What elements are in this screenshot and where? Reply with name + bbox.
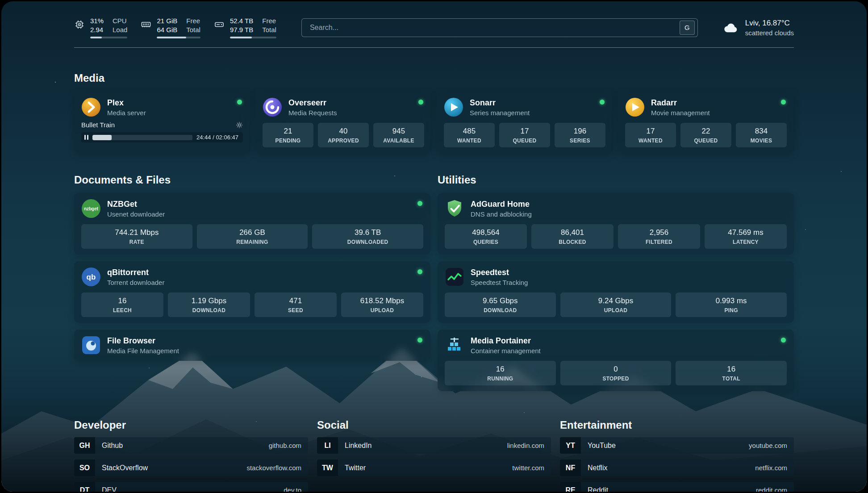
filebrowser-card[interactable]: File Browser Media File Management [74, 330, 430, 361]
sonarr-header: Sonarr Series management [444, 97, 605, 117]
bookmark-row-netflix[interactable]: NF Netflix netflix.com [560, 460, 794, 476]
bookmark-abbr: YT [560, 437, 581, 454]
search-engine-button[interactable]: G [680, 21, 695, 35]
ram-label-top: Free [186, 17, 200, 25]
stat-value: 834 [738, 127, 785, 136]
bookmark-row-github[interactable]: GH Github github.com [74, 437, 308, 454]
stat-blocked: 86,401 BLOCKED [531, 224, 613, 249]
bookmark-row-youtube[interactable]: YT YouTube youtube.com [560, 437, 794, 454]
stat-value: 21 [264, 127, 312, 136]
stat-download: 9.65 Gbps DOWNLOAD [445, 292, 556, 317]
pause-icon[interactable] [84, 135, 88, 140]
stat-label: UPLOAD [562, 307, 670, 313]
radarr-icon [625, 97, 645, 117]
svg-text:nzbget: nzbget [84, 206, 99, 211]
nzbget-stats: 744.21 Mbps RATE 266 GB REMAINING 39.6 T… [81, 224, 423, 249]
stat-queued: 22 QUEUED [680, 123, 731, 147]
radarr-meta: Radarr Movie management [651, 98, 710, 117]
qbittorrent-card[interactable]: qb qBittorrent Torrent downloader 16 LEE… [74, 261, 430, 323]
section-title-entertainment: Entertainment [560, 419, 794, 431]
search-area: G [301, 18, 698, 37]
nzbget-card[interactable]: nzbget NZBGet Usenet downloader 744.21 M… [74, 193, 430, 255]
qbittorrent-header: qb qBittorrent Torrent downloader [81, 267, 423, 287]
bookmark-row-twitter[interactable]: TW Twitter twitter.com [317, 460, 551, 476]
app-subtitle: Speedtest Tracking [471, 279, 528, 286]
bookmark-row-linkedin[interactable]: LI LinkedIn linkedin.com [317, 437, 551, 454]
stat-label: RATE [83, 239, 191, 245]
stat-label: QUERIES [447, 239, 525, 245]
stat-available: 945 AVAILABLE [373, 123, 424, 147]
bookmark-group-developer: Developer GH Github github.com SO StackO… [74, 419, 308, 492]
stat-value: 9.65 Gbps [447, 297, 554, 305]
qbittorrent-meta: qBittorrent Torrent downloader [107, 268, 164, 286]
app-title: Overseerr [288, 98, 337, 108]
stat-value: 498,564 [447, 228, 525, 237]
adguard-card[interactable]: AdGuard Home DNS and adblocking 498,564 … [438, 193, 794, 255]
documents-column: Documents & Files nzbget NZBGet Usenet d [74, 174, 430, 391]
overseerr-icon [263, 97, 282, 117]
speedtest-stats: 9.65 Gbps DOWNLOAD 9.24 Gbps UPLOAD 0.99… [445, 292, 787, 317]
bookmark-url: github.com [269, 442, 301, 449]
section-title-media: Media [74, 72, 794, 84]
bookmark-row-stackoverflow[interactable]: SO StackOverflow stackoverflow.com [74, 460, 308, 476]
search-input[interactable] [309, 23, 680, 32]
stat-value: 744.21 Mbps [83, 228, 191, 237]
stat-value: 266 GB [199, 228, 306, 237]
stat-value: 86,401 [533, 228, 612, 237]
section-title-social: Social [317, 419, 551, 431]
stat-value: 40 [320, 127, 367, 136]
sonarr-card[interactable]: Sonarr Series management 485 WANTED 17 Q… [437, 92, 613, 153]
stat-label: DOWNLOAD [170, 307, 248, 313]
ram-free-value: 21 GiB [157, 17, 177, 25]
app-subtitle: Media Requests [288, 109, 337, 117]
stat-label: DOWNLOAD [447, 307, 554, 313]
disk-icon [214, 19, 225, 30]
stat-running: 16 RUNNING [445, 361, 556, 385]
stat-label: BLOCKED [533, 239, 612, 245]
bookmark-name: DEV [102, 486, 117, 492]
now-playing-title: Bullet Train [81, 121, 115, 129]
overseerr-card[interactable]: Overseerr Media Requests 21 PENDING 40 A… [255, 92, 431, 153]
portainer-card[interactable]: Media Portainer Container management 16 … [438, 330, 794, 391]
stat-movies: 834 MOVIES [736, 123, 787, 147]
bookmark-row-reddit[interactable]: RE Reddit reddit.com [560, 482, 794, 492]
bookmark-abbr: NF [560, 460, 581, 476]
overseerr-meta: Overseerr Media Requests [288, 98, 337, 117]
app-title: Plex [107, 98, 146, 108]
speedtest-card[interactable]: Speedtest Speedtest Tracking 9.65 Gbps D… [438, 261, 794, 323]
stat-value: 0 [562, 365, 670, 374]
app-title: AdGuard Home [471, 200, 532, 209]
ram-metric: 21 GiB 64 GiB Free Total [141, 17, 200, 38]
radarr-card[interactable]: Radarr Movie management 17 WANTED 22 QUE… [618, 92, 794, 153]
radarr-header: Radarr Movie management [625, 97, 787, 117]
speedtest-icon [445, 267, 464, 287]
playback-progress-track[interactable] [92, 135, 192, 140]
plex-icon [81, 97, 101, 117]
nzbget-icon: nzbget [81, 199, 101, 218]
plex-card[interactable]: Plex Media server Bullet Train [74, 92, 250, 153]
stat-label: PENDING [264, 138, 312, 144]
bookmark-abbr: GH [74, 437, 95, 454]
stat-stopped: 0 STOPPED [560, 361, 672, 385]
bookmark-url: twitter.com [512, 464, 544, 472]
bookmark-url: youtube.com [749, 442, 787, 449]
stat-upload: 618.52 Mbps UPLOAD [341, 292, 423, 317]
radarr-stats: 17 WANTED 22 QUEUED 834 MOVIES [625, 123, 787, 147]
stat-label: UPLOAD [343, 307, 421, 313]
weather-widget: Lviv, 16.87°C scattered clouds [723, 19, 794, 37]
adguard-stats: 498,564 QUERIES 86,401 BLOCKED 2,956 FIL… [445, 224, 787, 249]
stat-label: MOVIES [738, 138, 785, 144]
speedtest-meta: Speedtest Speedtest Tracking [471, 268, 528, 286]
cloud-icon [723, 21, 739, 34]
ram-icon [141, 19, 151, 30]
bookmark-url: reddit.com [756, 486, 787, 492]
gear-icon[interactable] [236, 121, 243, 129]
disk-label-top: Free [262, 17, 276, 25]
status-indicator [417, 338, 422, 343]
nzbget-meta: NZBGet Usenet downloader [107, 200, 165, 218]
stat-download: 1.19 Gbps DOWNLOAD [168, 292, 250, 317]
plex-header: Plex Media server [81, 97, 243, 117]
filebrowser-icon [81, 335, 101, 355]
stat-label: QUEUED [682, 138, 730, 144]
bookmark-row-dev[interactable]: DT DEV dev.to [74, 482, 308, 492]
